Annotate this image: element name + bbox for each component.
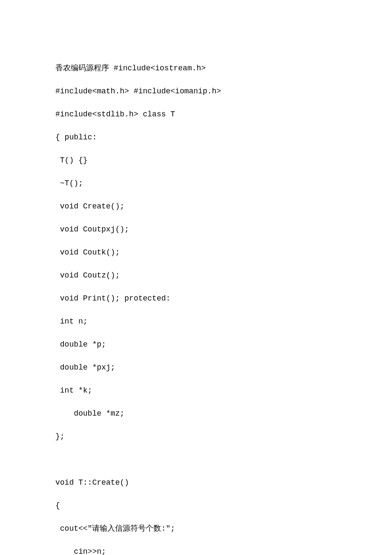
code-line: cin>>n; bbox=[55, 546, 392, 555]
code-line: int *k; bbox=[55, 385, 392, 396]
code-line: cout<<"请输入信源符号个数:"; bbox=[55, 523, 392, 535]
code-line: int n; bbox=[55, 316, 392, 327]
code-line: { public: bbox=[55, 132, 392, 143]
code-line: void Coutpxj(); bbox=[55, 224, 392, 235]
code-line: void Coutk(); bbox=[55, 247, 392, 258]
code-line: void T::Create() bbox=[55, 477, 392, 489]
code-line: void Print(); protected: bbox=[55, 293, 392, 304]
code-line bbox=[55, 454, 392, 465]
code-line: ~T(); bbox=[55, 178, 392, 189]
code-line: void Create(); bbox=[55, 201, 392, 212]
code-line: #include<math.h> #include<iomanip.h> bbox=[55, 86, 392, 97]
code-block: 香农编码源程序 #include<iostream.h> #include<ma… bbox=[55, 51, 392, 555]
code-line: { bbox=[55, 500, 392, 512]
code-line: double *mz; bbox=[55, 408, 392, 419]
code-line: double *p; bbox=[55, 339, 392, 350]
code-line: #include<stdlib.h> class T bbox=[55, 109, 392, 120]
code-line: 香农编码源程序 #include<iostream.h> bbox=[55, 63, 392, 74]
code-line: void Coutz(); bbox=[55, 270, 392, 281]
code-line: double *pxj; bbox=[55, 362, 392, 373]
code-line: T() {} bbox=[55, 155, 392, 166]
code-line: }; bbox=[55, 431, 392, 442]
